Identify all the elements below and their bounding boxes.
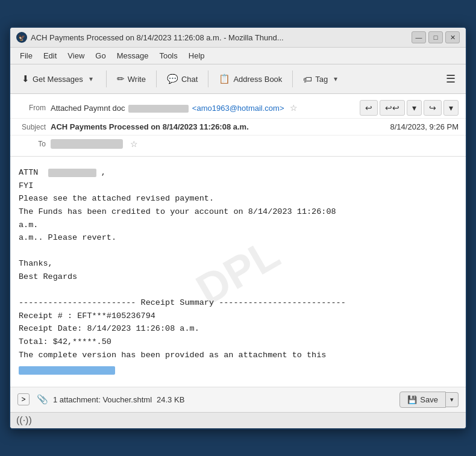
write-icon: ✏ [117, 73, 125, 84]
reply-button[interactable]: ↩ [360, 100, 378, 116]
save-main-button[interactable]: 💾 Save [399, 392, 446, 408]
email-body: DPL ATTN , FYI Please see the attached r… [10, 157, 466, 387]
menu-help[interactable]: Help [184, 49, 210, 62]
attachment-info: > 📎 1 attachment: Voucher.shtml 24.3 KB [17, 393, 184, 405]
email-date: 8/14/2023, 9:26 PM [390, 122, 459, 131]
toolbar-divider-4 [292, 70, 293, 87]
to-address-blurred [51, 139, 123, 149]
recipient-name-blurred [48, 169, 96, 177]
get-messages-label: Get Messages [33, 75, 83, 84]
body-line-5: a.m. [19, 219, 457, 232]
to-label: To [17, 140, 51, 148]
window-title: ACH Payments Processed on 8/14/2023 11:2… [31, 33, 284, 42]
reply-all-button[interactable]: ↩↩ [380, 100, 405, 116]
title-bar: 🦅 ACH Payments Processed on 8/14/2023 11… [10, 28, 466, 48]
main-toolbar: ⬇ Get Messages ▾ ✏ Write 💬 Chat 📋 Addres… [10, 64, 466, 94]
body-line-10 [19, 284, 457, 297]
menu-edit[interactable]: Edit [39, 49, 61, 62]
body-line-2: FYI [19, 180, 457, 193]
subject-label: Subject [17, 123, 51, 131]
chat-button[interactable]: 💬 Chat [160, 70, 204, 88]
write-label: Write [128, 75, 146, 84]
from-name-blurred [128, 105, 189, 113]
minimize-button[interactable]: — [412, 31, 426, 43]
attachment-paperclip-icon: 📎 [37, 394, 48, 405]
body-line-7 [19, 245, 457, 258]
menu-tools[interactable]: Tools [154, 49, 182, 62]
subject-value: ACH Payments Processed on 8/14/2023 11:2… [51, 122, 390, 131]
title-bar-left: 🦅 ACH Payments Processed on 8/14/2023 11… [16, 32, 412, 43]
forward-button[interactable]: ↪ [424, 100, 442, 116]
email-reply-actions: ↩ ↩↩ ▾ ↪ ▾ [360, 100, 459, 116]
receipt-number: Receipt # : EFT***#105236794 [19, 310, 457, 323]
from-value: Attached Paymnt doc <amo1963@hotmail.com… [51, 103, 360, 113]
subject-row: Subject ACH Payments Processed on 8/14/2… [10, 119, 466, 136]
receipt-total: Total: $42,*****.50 [19, 336, 457, 349]
attachment-name[interactable]: 1 attachment: Voucher.shtml [53, 395, 152, 404]
body-line-8: Thanks, [19, 257, 457, 270]
thunderbird-window: 🦅 ACH Payments Processed on 8/14/2023 11… [9, 27, 467, 429]
get-messages-dropdown[interactable]: ▾ [86, 71, 96, 87]
get-messages-button[interactable]: ⬇ Get Messages ▾ [15, 67, 102, 90]
attachment-size: 24.3 KB [157, 395, 184, 404]
chat-icon: 💬 [167, 73, 178, 84]
receipt-date: Receipt Date: 8/14/2023 11:26:08 a.m. [19, 322, 457, 336]
attn-line: ATTN , [19, 166, 457, 180]
address-book-icon: 📋 [219, 73, 230, 84]
from-row: From Attached Paymnt doc <amo1963@hotmai… [10, 98, 466, 119]
from-star-icon[interactable]: ☆ [290, 103, 298, 113]
body-line-3: Please see the attached revised payment. [19, 192, 457, 205]
to-star-icon[interactable]: ☆ [130, 139, 138, 149]
body-line-9: Best Regards [19, 270, 457, 284]
to-row: To ☆ [10, 136, 466, 152]
menu-message[interactable]: Message [112, 49, 154, 62]
write-button[interactable]: ✏ Write [110, 70, 152, 88]
address-book-button[interactable]: 📋 Address Book [212, 70, 289, 88]
window-controls: — □ ✕ [412, 31, 460, 43]
receipt-complete: The complete version has been provided a… [19, 349, 457, 362]
save-icon: 💾 [407, 395, 417, 404]
tag-button[interactable]: 🏷 Tag ▾ [296, 67, 347, 90]
toolbar-divider-3 [208, 70, 208, 87]
menu-go[interactable]: Go [90, 49, 110, 62]
save-button-group: 💾 Save ▾ [399, 392, 459, 408]
from-name-text: Attached Paymnt doc [51, 104, 125, 113]
menu-bar: File Edit View Go Message Tools Help [10, 48, 466, 64]
save-label: Save [420, 395, 438, 404]
close-button[interactable]: ✕ [445, 31, 460, 43]
wifi-icon: ((·)) [16, 415, 32, 426]
receipt-divider: ------------------------ Receipt Summary… [19, 296, 457, 310]
body-line-6: a.m.. Please revert. [19, 231, 457, 245]
address-book-label: Address Book [233, 75, 282, 84]
attachment-link-blurred[interactable] [19, 366, 115, 375]
to-field: ☆ [51, 139, 138, 149]
menu-file[interactable]: File [15, 49, 37, 62]
body-line-4: The Funds has been credited to your acco… [19, 205, 457, 219]
attachment-bar: > 📎 1 attachment: Voucher.shtml 24.3 KB … [10, 387, 466, 412]
get-messages-icon: ⬇ [22, 73, 30, 84]
toolbar-divider-2 [156, 70, 157, 87]
forward-dropdown[interactable]: ▾ [443, 100, 459, 116]
menu-view[interactable]: View [63, 49, 89, 62]
status-bar: ((·)) [10, 412, 466, 428]
tag-dropdown[interactable]: ▾ [331, 71, 340, 87]
bottom-link-blur [19, 364, 457, 377]
email-content: ATTN , FYI Please see the attached revis… [19, 166, 457, 377]
expand-attachments-button[interactable]: > [17, 393, 30, 405]
toolbar-divider-1 [106, 70, 107, 87]
email-header: From Attached Paymnt doc <amo1963@hotmai… [10, 94, 466, 157]
save-dropdown-button[interactable]: ▾ [446, 392, 459, 407]
tag-label: Tag [315, 75, 328, 84]
chat-label: Chat [181, 75, 198, 84]
hamburger-menu-button[interactable]: ☰ [440, 69, 461, 89]
maximize-button[interactable]: □ [428, 31, 443, 43]
from-label: From [17, 104, 51, 112]
from-name: Attached Paymnt doc [51, 104, 192, 113]
app-icon: 🦅 [16, 32, 27, 43]
tag-icon: 🏷 [303, 74, 312, 84]
from-email[interactable]: <amo1963@hotmail.com> [192, 104, 284, 113]
reply-dropdown[interactable]: ▾ [407, 100, 422, 116]
